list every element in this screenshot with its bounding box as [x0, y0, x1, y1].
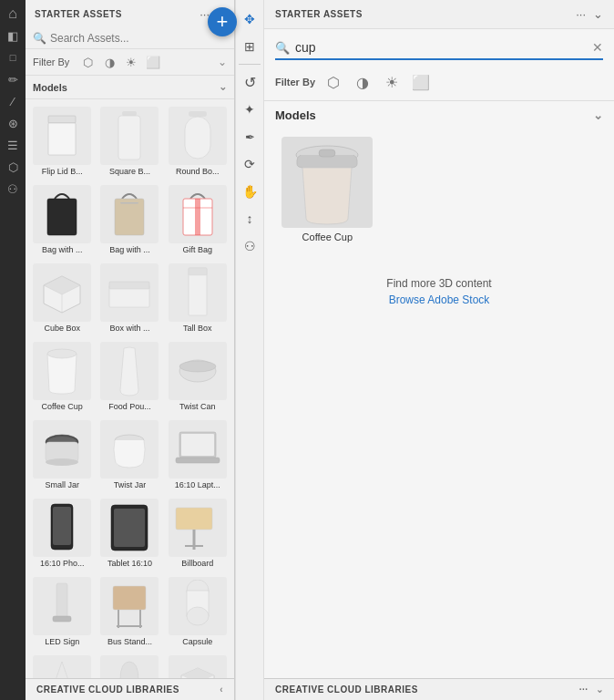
right-filter-image-icon[interactable]: ☀ — [381, 71, 403, 93]
asset-label-tall-box: Tall Box — [183, 324, 212, 333]
asset-bag-beige[interactable]: Bag with ... — [97, 181, 162, 258]
tool-hand2[interactable]: ☰ — [3, 135, 23, 155]
asset-thumb-tall-box — [169, 263, 227, 322]
asset-phone[interactable]: 16:10 Pho... — [29, 495, 95, 571]
asset-thumb-capsule — [169, 577, 227, 635]
asset-label-twist-can: Twist Can — [179, 402, 216, 411]
filter-image-icon[interactable]: ☀ — [122, 53, 140, 71]
right-cc-more-icon[interactable]: ··· — [579, 685, 588, 695]
tool-people[interactable]: ⚇ — [3, 179, 23, 199]
right-panel-title: STARTER ASSETS — [275, 9, 363, 19]
find-more-text: Find more 3D content — [386, 277, 491, 290]
tool-pen[interactable]: ✏ — [3, 69, 23, 89]
result-coffee-cup[interactable]: Coffee Cup — [275, 137, 380, 242]
mid-tool-rotate-obj[interactable]: ⟳ — [238, 152, 261, 176]
svg-rect-34 — [176, 508, 212, 530]
asset-label-round-box: Round Bo... — [176, 167, 220, 176]
asset-flip-lid-box[interactable]: Flip Lid B... — [29, 103, 95, 180]
asset-led-sign[interactable]: LED Sign — [29, 573, 95, 650]
asset-bag-black[interactable]: Bag with ... — [29, 181, 95, 258]
svg-rect-37 — [56, 583, 67, 620]
right-panel-header: STARTER ASSETS ··· ⌄ — [264, 0, 614, 29]
section-collapse-icon[interactable]: ⌄ — [218, 56, 227, 68]
right-cc-chevron[interactable]: ⌄ — [596, 685, 604, 695]
asset-square-box[interactable]: Square B... — [97, 103, 162, 180]
result-coffee-cup-thumb — [281, 137, 373, 228]
asset-twist-jar[interactable]: Twist Jar — [97, 417, 162, 493]
asset-small-jar[interactable]: Small Jar — [29, 417, 95, 493]
tool-clone[interactable]: ⊛ — [3, 113, 23, 133]
mid-tool-move-vert[interactable]: ↕ — [238, 207, 261, 231]
asset-tall-box[interactable]: Tall Box — [165, 260, 230, 336]
right-search-input[interactable] — [295, 40, 592, 55]
mid-tool-magic-wand[interactable]: ✦ — [238, 98, 261, 121]
models-collapse-icon[interactable]: ⌄ — [219, 81, 227, 93]
right-panel: STARTER ASSETS ··· ⌄ 🔍 ✕ Filter By ⬡ ◑ ☀… — [264, 0, 614, 700]
tool-layers[interactable]: ◧ — [3, 26, 23, 46]
tool-brush[interactable]: ⁄ — [3, 91, 23, 111]
asset-label-small-jar: Small Jar — [45, 480, 79, 489]
filter-3d-icon[interactable]: ⬡ — [78, 53, 97, 71]
asset-cone[interactable]: Cone — [29, 652, 95, 678]
asset-cube2[interactable]: Cube — [165, 652, 230, 678]
svg-rect-0 — [48, 116, 76, 123]
mid-tool-rotate-ccw[interactable]: ↺ — [238, 70, 261, 94]
asset-coffee-cup[interactable]: Coffee Cup — [29, 338, 95, 415]
browse-adobe-stock-link[interactable]: Browse Adobe Stock — [292, 293, 587, 306]
left-panel-title: STARTER ASSETS — [35, 9, 122, 19]
asset-laptop[interactable]: 16:10 Lapt... — [165, 417, 230, 493]
right-filter-photo-icon[interactable]: ⬜ — [410, 71, 432, 93]
right-more-icon[interactable]: ··· — [576, 7, 586, 21]
asset-label-bag-black: Bag with ... — [42, 245, 83, 254]
left-cc-chevron[interactable]: ‹ — [220, 685, 223, 695]
asset-bus-stand[interactable]: Bus Stand... — [97, 573, 162, 650]
asset-cube-box[interactable]: Cube Box — [29, 260, 95, 336]
right-bottom-header: CREATIVE CLOUD LIBRARIES ··· ⌄ — [264, 678, 614, 700]
right-filter-3d-icon[interactable]: ⬡ — [322, 71, 344, 93]
asset-box-with[interactable]: Box with ... — [97, 260, 162, 336]
right-models-collapse-icon[interactable]: ⌄ — [593, 108, 603, 122]
right-chevron-icon[interactable]: ⌄ — [593, 7, 603, 21]
mid-tool-grid[interactable]: ⊞ — [238, 35, 261, 58]
tool-home[interactable]: ⌂ — [3, 4, 23, 24]
asset-gift-bag[interactable]: Gift Bag — [165, 181, 230, 258]
svg-marker-46 — [47, 662, 77, 678]
asset-food-pouch[interactable]: Food Pou... — [97, 338, 162, 415]
right-search-bar: 🔍 ✕ — [275, 36, 603, 60]
svg-rect-1 — [48, 123, 76, 155]
search-icon: 🔍 — [33, 32, 46, 45]
mid-tool-move[interactable]: ✥ — [238, 7, 261, 31]
asset-tablet[interactable]: Tablet 16:10 — [97, 495, 162, 571]
mid-tool-eyedropper[interactable]: ✒ — [238, 125, 261, 149]
asset-round-box[interactable]: Round Bo... — [165, 103, 230, 180]
mid-tool-hand[interactable]: ✋ — [238, 180, 261, 203]
right-search-clear-icon[interactable]: ✕ — [592, 40, 603, 55]
asset-label-box-with: Box with ... — [109, 324, 149, 333]
mid-tool-people[interactable]: ⚇ — [238, 234, 261, 258]
asset-billboard[interactable]: Billboard — [165, 495, 230, 571]
right-cc-libraries-label: CREATIVE CLOUD LIBRARIES — [275, 685, 418, 695]
left-search-input[interactable] — [50, 32, 227, 45]
svg-rect-39 — [113, 586, 146, 610]
add-button[interactable]: + — [208, 7, 237, 36]
svg-rect-15 — [109, 282, 149, 289]
tool-select[interactable]: □ — [3, 47, 23, 67]
svg-rect-2 — [122, 111, 137, 116]
right-filter-vector-icon[interactable]: ◑ — [352, 71, 374, 93]
asset-capsule[interactable]: Capsule — [165, 573, 230, 650]
filter-label: Filter By — [33, 57, 69, 67]
filter-vector-icon[interactable]: ◑ — [100, 53, 118, 71]
asset-thumb-twist-can — [169, 342, 227, 400]
asset-thumb-coffee-cup — [33, 342, 91, 400]
asset-thumb-gift-bag — [169, 185, 227, 243]
svg-rect-4 — [189, 111, 207, 117]
tool-transform[interactable]: ⬡ — [3, 157, 23, 177]
asset-label-coffee-cup: Coffee Cup — [41, 402, 82, 411]
asset-twist-can[interactable]: Twist Can — [165, 338, 230, 415]
svg-point-21 — [179, 361, 216, 372]
asset-thumb-flip-lid-box — [33, 107, 91, 165]
svg-rect-38 — [53, 616, 71, 622]
asset-arch[interactable]: Arch — [97, 652, 162, 678]
filter-photo-icon[interactable]: ⬜ — [144, 53, 162, 71]
left-section-header: Models ⌄ — [26, 76, 234, 99]
